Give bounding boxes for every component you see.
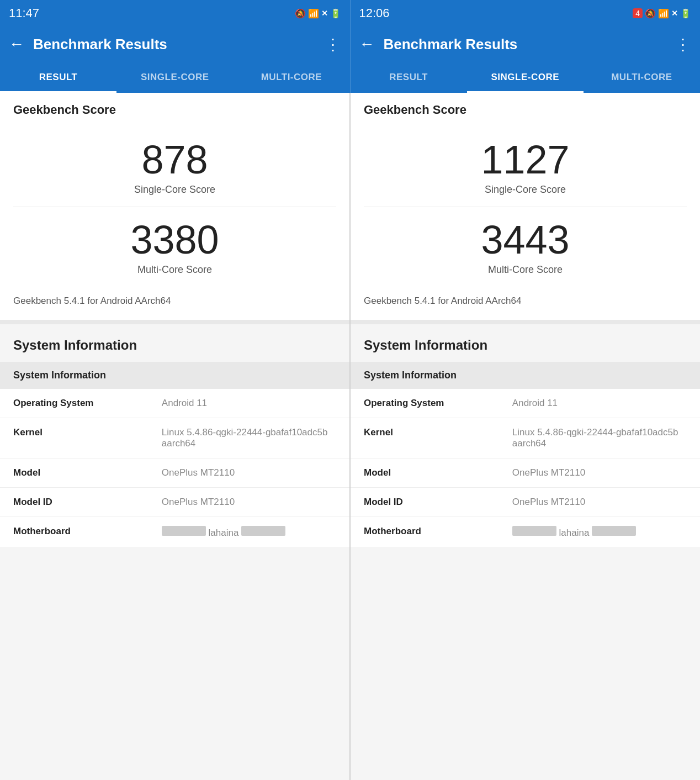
right-key-model: Model xyxy=(351,458,508,487)
left-key-model: Model xyxy=(0,458,157,487)
right-key-os: Operating System xyxy=(351,389,508,418)
right-multi-score-card: 3443 Multi-Core Score xyxy=(351,207,700,287)
right-key-motherboard: Motherboard xyxy=(351,517,508,547)
left-single-score-card: 878 Single-Core Score xyxy=(0,127,349,207)
left-val-motherboard: lahaina xyxy=(157,517,349,547)
right-sys-info-title: System Information xyxy=(364,338,687,353)
left-val-os: Android 11 xyxy=(157,389,349,418)
right-val-kernel: Linux 5.4.86-qgki-22444-gbafaf10adc5b aa… xyxy=(508,418,700,458)
right-motherboard-text: lahaina xyxy=(559,528,590,538)
right-val-os: Android 11 xyxy=(508,389,700,418)
left-time: 11:47 xyxy=(9,6,39,20)
left-app-title: Benchmark Results xyxy=(33,36,316,53)
left-key-motherboard: Motherboard xyxy=(0,517,157,547)
tab-bars: RESULT SINGLE-CORE MULTI-CORE RESULT SIN… xyxy=(0,62,700,93)
left-multi-score-card: 3380 Multi-Core Score xyxy=(0,207,349,287)
left-row-kernel: Kernel Linux 5.4.86-qgki-22444-gbafaf10a… xyxy=(0,418,349,458)
right-time: 12:06 xyxy=(359,6,390,20)
right-key-kernel: Kernel xyxy=(351,418,508,458)
left-sys-info-header: System Information xyxy=(0,324,349,362)
right-panel: Geekbench Score 1127 Single-Core Score 3… xyxy=(349,93,700,780)
left-tab-single-core[interactable]: SINGLE-CORE xyxy=(116,62,233,93)
right-val-model: OnePlus MT2110 xyxy=(508,458,700,487)
status-bars: 11:47 🔕 📶 ✕ 🔋 12:06 4 🔕 📶 ✕ 🔋 xyxy=(0,0,700,27)
left-version-text: Geekbench 5.4.1 for Android AArch64 xyxy=(0,287,349,324)
right-single-score-label: Single-Core Score xyxy=(364,184,687,196)
battery-icon: 🔋 xyxy=(330,8,341,19)
left-back-button[interactable]: ← xyxy=(9,35,24,53)
right-val-motherboard: lahaina xyxy=(508,517,700,547)
left-truncate-bar xyxy=(162,526,206,536)
right-geekbench-header: Geekbench Score xyxy=(351,93,700,127)
left-key-model-id: Model ID xyxy=(0,488,157,517)
right-tab-result[interactable]: RESULT xyxy=(351,62,467,93)
left-key-kernel: Kernel xyxy=(0,418,157,458)
left-tab-bar: RESULT SINGLE-CORE MULTI-CORE xyxy=(0,62,350,93)
right-truncate-bar xyxy=(512,526,556,536)
left-truncate-bar2 xyxy=(241,526,285,536)
left-scores: 878 Single-Core Score 3380 Multi-Core Sc… xyxy=(0,127,349,287)
right-row-model-id: Model ID OnePlus MT2110 xyxy=(351,488,700,517)
left-motherboard-text: lahaina xyxy=(209,528,239,538)
right-version-text: Geekbench 5.4.1 for Android AArch64 xyxy=(351,287,700,324)
left-row-motherboard: Motherboard lahaina xyxy=(0,517,349,548)
left-row-model: Model OnePlus MT2110 xyxy=(0,458,349,488)
content-areas: Geekbench Score 878 Single-Core Score 33… xyxy=(0,93,700,780)
left-more-button[interactable]: ⋮ xyxy=(325,35,341,54)
x-icon-right: ✕ xyxy=(671,9,678,18)
right-status-icons: 4 🔕 📶 ✕ 🔋 xyxy=(633,8,691,19)
left-row-model-id: Model ID OnePlus MT2110 xyxy=(0,488,349,517)
bell-slash-icon: 🔕 xyxy=(295,8,306,19)
right-truncate-bar2 xyxy=(592,526,636,536)
right-tab-bar: RESULT SINGLE-CORE MULTI-CORE xyxy=(350,62,701,93)
bell-slash-icon-right: 🔕 xyxy=(645,8,656,19)
left-single-score-label: Single-Core Score xyxy=(13,184,336,196)
wifi-icon: 📶 xyxy=(308,8,319,19)
right-more-button[interactable]: ⋮ xyxy=(675,35,691,54)
right-single-score-number: 1127 xyxy=(364,138,687,182)
left-val-kernel: Linux 5.4.86-qgki-22444-gbafaf10adc5b aa… xyxy=(157,418,349,458)
left-info-table-header: System Information xyxy=(0,362,349,389)
left-val-model-id: OnePlus MT2110 xyxy=(157,488,349,517)
left-tab-multi-core[interactable]: MULTI-CORE xyxy=(233,62,349,93)
left-single-score-number: 878 xyxy=(13,138,336,182)
notification-icons: 4 xyxy=(633,8,643,18)
right-val-model-id: OnePlus MT2110 xyxy=(508,488,700,517)
left-status-bar: 11:47 🔕 📶 ✕ 🔋 xyxy=(0,0,350,27)
right-row-motherboard: Motherboard lahaina xyxy=(351,517,700,548)
left-status-icons: 🔕 📶 ✕ 🔋 xyxy=(295,8,341,19)
right-app-bar: ← Benchmark Results ⋮ xyxy=(350,27,701,62)
right-key-model-id: Model ID xyxy=(351,488,508,517)
left-app-bar: ← Benchmark Results ⋮ xyxy=(0,27,350,62)
left-row-os: Operating System Android 11 xyxy=(0,389,349,418)
right-row-model: Model OnePlus MT2110 xyxy=(351,458,700,488)
left-val-model: OnePlus MT2110 xyxy=(157,458,349,487)
right-back-button[interactable]: ← xyxy=(359,35,375,53)
right-status-bar: 12:06 4 🔕 📶 ✕ 🔋 xyxy=(350,0,701,27)
right-info-table-header: System Information xyxy=(351,362,700,389)
left-multi-score-label: Multi-Core Score xyxy=(13,264,336,276)
app-bars: ← Benchmark Results ⋮ ← Benchmark Result… xyxy=(0,27,700,62)
right-sys-info-header: System Information xyxy=(351,324,700,362)
left-panel: Geekbench Score 878 Single-Core Score 33… xyxy=(0,93,349,780)
wifi-icon-right: 📶 xyxy=(658,8,669,19)
right-row-kernel: Kernel Linux 5.4.86-qgki-22444-gbafaf10a… xyxy=(351,418,700,458)
right-tab-single-core[interactable]: SINGLE-CORE xyxy=(467,62,584,93)
left-geekbench-header: Geekbench Score xyxy=(0,93,349,127)
left-multi-score-number: 3380 xyxy=(13,218,336,262)
right-tab-multi-core[interactable]: MULTI-CORE xyxy=(584,62,700,93)
battery-icon-right: 🔋 xyxy=(680,8,691,19)
right-app-title: Benchmark Results xyxy=(384,36,667,53)
right-multi-score-label: Multi-Core Score xyxy=(364,264,687,276)
left-tab-result[interactable]: RESULT xyxy=(0,62,116,93)
left-key-os: Operating System xyxy=(0,389,157,418)
right-scores: 1127 Single-Core Score 3443 Multi-Core S… xyxy=(351,127,700,287)
right-multi-score-number: 3443 xyxy=(364,218,687,262)
right-row-os: Operating System Android 11 xyxy=(351,389,700,418)
left-sys-info-title: System Information xyxy=(13,338,336,353)
right-single-score-card: 1127 Single-Core Score xyxy=(351,127,700,207)
x-icon: ✕ xyxy=(321,9,328,18)
